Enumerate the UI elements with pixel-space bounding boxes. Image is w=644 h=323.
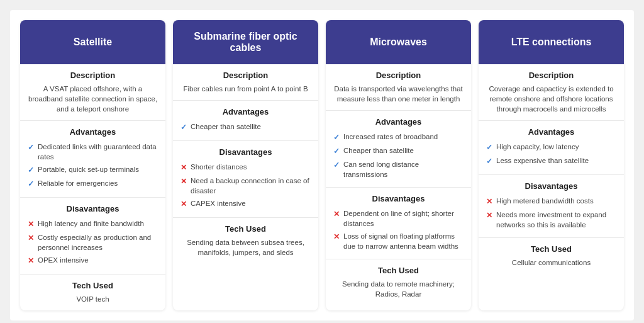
advantages-title-submarine: Advantages xyxy=(180,107,311,116)
list-item-text: Loss of signal on floating platforms due… xyxy=(343,231,464,251)
cross-icon: ✕ xyxy=(28,219,34,230)
description-section-satellite: DescriptionA VSAT placed offshore, with … xyxy=(20,64,165,121)
advantages-section-microwaves: Advantages✓Increased rates of broadband✓… xyxy=(326,111,471,188)
list-item: ✓Cheaper than satellite xyxy=(180,120,311,134)
cross-icon: ✕ xyxy=(333,209,340,220)
description-section-submarine: DescriptionFiber cables run from point A… xyxy=(173,64,318,101)
advantages-title-microwaves: Advantages xyxy=(333,117,464,127)
list-item-text: Costly especially as production and pers… xyxy=(38,232,158,252)
list-item: ✕Needs more investment to expand network… xyxy=(486,208,616,231)
card-submarine: Submarine fiber optic cablesDescriptionF… xyxy=(173,20,318,310)
description-section-microwaves: DescriptionData is transported via wavel… xyxy=(326,64,471,111)
advantages-list-microwaves: ✓Increased rates of broadband✓Cheaper th… xyxy=(333,130,464,181)
card-header-microwaves: Microwaves xyxy=(326,20,471,64)
list-item-text: Dedicated links with guaranteed data rat… xyxy=(38,142,158,162)
tech-title-submarine: Tech Used xyxy=(180,224,311,234)
list-item: ✓Cheaper than satellite xyxy=(333,144,464,158)
list-item-text: Less expensive than satellite xyxy=(496,156,589,166)
comparison-grid: SatelliteDescriptionA VSAT placed offsho… xyxy=(10,10,634,320)
advantages-title-satellite: Advantages xyxy=(28,127,158,137)
cross-icon: ✕ xyxy=(486,210,492,221)
list-item-text: High capacity, low latency xyxy=(496,142,579,152)
disadvantages-section-submarine: Disavantages✕Shorter distances✕Need a ba… xyxy=(173,141,318,218)
check-icon: ✓ xyxy=(28,179,34,190)
cross-icon: ✕ xyxy=(486,196,492,207)
cross-icon: ✕ xyxy=(28,233,34,244)
tech-section-lte: Tech UsedCellular communications xyxy=(479,238,624,274)
disadvantages-title-microwaves: Disavantages xyxy=(333,194,464,203)
cross-icon: ✕ xyxy=(180,162,187,173)
cross-icon: ✕ xyxy=(180,176,187,187)
card-satellite: SatelliteDescriptionA VSAT placed offsho… xyxy=(20,20,165,310)
description-body-satellite: A VSAT placed offshore, with a broadband… xyxy=(28,84,158,114)
list-item-text: Portable, quick set-up terminals xyxy=(38,164,139,174)
card-microwaves: MicrowavesDescriptionData is transported… xyxy=(326,20,471,310)
list-item: ✓Reliable for emergencies xyxy=(28,177,158,191)
disadvantages-section-lte: Disavantages✕High metered bandwidth cost… xyxy=(479,175,624,238)
list-item-text: Cheaper than satellite xyxy=(343,145,414,156)
list-item-text: Reliable for emergencies xyxy=(38,178,118,188)
advantages-section-satellite: Advantages✓Dedicated links with guarante… xyxy=(20,121,165,198)
cross-icon: ✕ xyxy=(28,256,34,266)
list-item: ✕Costly especially as production and per… xyxy=(28,231,158,254)
advantages-title-lte: Advantages xyxy=(486,127,616,137)
advantages-section-submarine: Advantages✓Cheaper than satellite xyxy=(173,101,318,141)
card-header-submarine: Submarine fiber optic cables xyxy=(173,20,318,64)
tech-body-microwaves: Sending data to remote machinery; Radios… xyxy=(333,279,464,299)
list-item-text: CAPEX intensive xyxy=(191,198,246,208)
list-item-text: Shorter distances xyxy=(191,162,247,172)
disadvantages-section-satellite: Disavantages✕High latency and finite ban… xyxy=(20,198,165,275)
disadvantages-list-lte: ✕High metered bandwidth costs✕Needs more… xyxy=(486,195,616,231)
list-item-text: Increased rates of broadband xyxy=(343,132,438,142)
card-header-lte: LTE connections xyxy=(479,20,624,64)
list-item: ✕OPEX intensive xyxy=(28,254,158,268)
advantages-section-lte: Advantages✓High capacity, low latency✓Le… xyxy=(479,121,624,175)
list-item: ✕Shorter distances xyxy=(180,161,311,174)
advantages-list-submarine: ✓Cheaper than satellite xyxy=(180,120,311,134)
list-item: ✕Dependent on line of sight; shorter dis… xyxy=(333,207,464,230)
list-item: ✓Less expensive than satellite xyxy=(486,154,616,168)
check-icon: ✓ xyxy=(486,142,492,153)
card-lte: LTE connectionsDescriptionCoverage and c… xyxy=(479,20,624,310)
check-icon: ✓ xyxy=(333,146,340,157)
description-body-microwaves: Data is transported via wavelengths that… xyxy=(333,84,464,104)
tech-body-lte: Cellular communications xyxy=(486,258,616,268)
description-body-submarine: Fiber cables run from point A to point B xyxy=(180,84,311,94)
list-item-text: Can send long distance transmissions xyxy=(343,159,464,179)
tech-title-satellite: Tech Used xyxy=(28,281,158,290)
disadvantages-title-lte: Disavantages xyxy=(486,181,616,191)
list-item: ✓Increased rates of broadband xyxy=(333,130,464,144)
list-item-text: High metered bandwidth costs xyxy=(496,196,594,206)
check-icon: ✓ xyxy=(28,142,34,153)
tech-title-microwaves: Tech Used xyxy=(333,266,464,275)
tech-section-satellite: Tech UsedVOIP tech xyxy=(20,275,165,310)
list-item: ✕Need a backup connection in case of dis… xyxy=(180,174,311,197)
disadvantages-section-microwaves: Disavantages✕Dependent on line of sight;… xyxy=(326,188,471,259)
list-item: ✕CAPEX intensive xyxy=(180,197,311,211)
tech-section-microwaves: Tech UsedSending data to remote machiner… xyxy=(326,259,471,305)
list-item: ✓Can send long distance transmissions xyxy=(333,158,464,181)
disadvantages-list-submarine: ✕Shorter distances✕Need a backup connect… xyxy=(180,161,311,211)
disadvantages-list-satellite: ✕High latency and finite bandwidth✕Costl… xyxy=(28,217,158,268)
description-title-submarine: Description xyxy=(180,71,311,80)
list-item-text: OPEX intensive xyxy=(38,255,89,265)
list-item-text: Cheaper than satellite xyxy=(191,122,261,132)
description-title-satellite: Description xyxy=(28,71,158,80)
cross-icon: ✕ xyxy=(333,232,340,242)
tech-body-submarine: Sending data between subsea trees, manif… xyxy=(180,237,311,258)
description-body-lte: Coverage and capacticy is extended to re… xyxy=(486,84,616,114)
check-icon: ✓ xyxy=(333,160,340,171)
check-icon: ✓ xyxy=(333,132,340,143)
list-item: ✓Portable, quick set-up terminals xyxy=(28,163,158,177)
list-item: ✕Loss of signal on floating platforms du… xyxy=(333,230,464,252)
list-item-text: High latency and finite bandwidth xyxy=(38,218,144,229)
description-title-lte: Description xyxy=(486,71,616,80)
list-item-text: Needs more investment to expand networks… xyxy=(496,210,616,230)
advantages-list-lte: ✓High capacity, low latency✓Less expensi… xyxy=(486,140,616,168)
check-icon: ✓ xyxy=(28,165,34,176)
list-item: ✕High metered bandwidth costs xyxy=(486,195,616,208)
list-item: ✓Dedicated links with guaranteed data ra… xyxy=(28,140,158,163)
tech-title-lte: Tech Used xyxy=(486,244,616,254)
list-item: ✕High latency and finite bandwidth xyxy=(28,217,158,231)
check-icon: ✓ xyxy=(180,122,187,133)
